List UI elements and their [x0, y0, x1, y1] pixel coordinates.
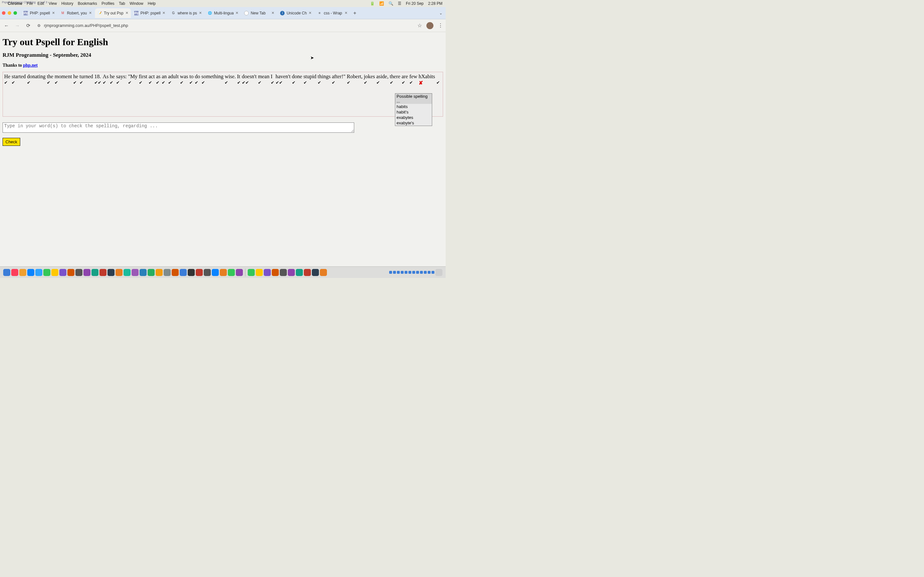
dock-app-icon[interactable] — [248, 269, 255, 276]
menu-help[interactable]: Help — [148, 1, 156, 6]
browser-tab[interactable]: 🌐Multi-lingua✕ — [205, 8, 241, 18]
dock-app-icon[interactable] — [19, 269, 26, 276]
menu-window[interactable]: Window — [129, 1, 144, 6]
menu-file[interactable]: File — [27, 1, 33, 6]
dock-app-icon[interactable] — [272, 269, 279, 276]
dock-app-icon[interactable] — [140, 269, 147, 276]
suggestion-item[interactable]: exabyte's — [395, 120, 432, 126]
dock-app-icon[interactable] — [115, 269, 123, 276]
dock-app-icon[interactable] — [124, 269, 131, 276]
menu-profiles[interactable]: Profiles — [102, 1, 115, 6]
suggestion-item[interactable]: habits — [395, 104, 432, 109]
tab-close-icon[interactable]: ✕ — [126, 11, 128, 15]
chrome-menu-icon[interactable]: ⋮ — [438, 23, 443, 29]
dock-app-icon[interactable] — [220, 269, 227, 276]
menu-edit[interactable]: Edit — [37, 1, 44, 6]
tab-close-icon[interactable]: ✕ — [236, 11, 238, 15]
dock-app-icon[interactable] — [156, 269, 163, 276]
profile-avatar[interactable] — [426, 22, 433, 29]
suggestion-item[interactable]: habit's — [395, 109, 432, 115]
app-name[interactable]: Chrome — [8, 1, 22, 6]
dock-app-icon[interactable] — [107, 269, 115, 276]
dock-minimized-window[interactable] — [416, 271, 419, 274]
dock-minimized-window[interactable] — [393, 271, 396, 274]
address-bar[interactable]: ⚙ rjmprogramming.com.au/PHP/pspell_test.… — [35, 23, 414, 28]
dock-app-icon[interactable] — [27, 269, 34, 276]
dock-app-icon[interactable] — [132, 269, 139, 276]
dock-app-icon[interactable] — [256, 269, 263, 276]
menubar-time[interactable]: 2:28 PM — [428, 1, 443, 6]
suggestion-item[interactable]: exabytes — [395, 115, 432, 120]
menu-tab[interactable]: Tab — [119, 1, 125, 6]
wifi-icon[interactable]: 📶 — [379, 1, 384, 6]
cross-icon[interactable]: ✘ — [419, 81, 423, 85]
window-minimize-icon[interactable] — [8, 11, 11, 15]
dock-app-icon[interactable] — [228, 269, 235, 276]
browser-tab[interactable]: ≡css - Wrap✕ — [315, 8, 350, 18]
dock-app-icon[interactable] — [288, 269, 295, 276]
dock-app-icon[interactable] — [91, 269, 99, 276]
tab-close-icon[interactable]: ✕ — [89, 11, 92, 15]
window-close-icon[interactable] — [2, 11, 5, 15]
dock-app-icon[interactable] — [164, 269, 171, 276]
menu-history[interactable]: History — [61, 1, 73, 6]
macos-dock[interactable] — [0, 266, 446, 278]
dock-app-icon[interactable] — [83, 269, 90, 276]
dock-app-icon[interactable] — [236, 269, 243, 276]
window-zoom-icon[interactable] — [13, 11, 17, 15]
dock-app-icon[interactable] — [320, 269, 327, 276]
spell-input[interactable] — [3, 122, 354, 133]
dock-app-icon[interactable] — [296, 269, 303, 276]
dock-minimized-window[interactable] — [420, 271, 423, 274]
control-center-icon[interactable]: ☰ — [398, 1, 401, 6]
dock-app-icon[interactable] — [172, 269, 179, 276]
tab-list-chevron-icon[interactable]: ⌄ — [438, 10, 444, 17]
window-traffic-lights[interactable] — [2, 11, 17, 15]
dock-minimized-window[interactable] — [424, 271, 427, 274]
tab-close-icon[interactable]: ✕ — [52, 11, 55, 15]
browser-tab[interactable]: New Tab✕ — [242, 8, 277, 18]
dock-app-icon[interactable] — [3, 269, 10, 276]
dock-app-icon[interactable] — [99, 269, 107, 276]
dock-app-icon[interactable] — [312, 269, 319, 276]
tab-close-icon[interactable]: ✕ — [271, 11, 274, 15]
tab-close-icon[interactable]: ✕ — [309, 11, 312, 15]
trash-icon[interactable] — [435, 269, 443, 276]
dock-app-icon[interactable] — [196, 269, 203, 276]
dock-app-icon[interactable] — [212, 269, 219, 276]
suggestion-dropdown[interactable]: Possible spelling ... habits habit's exa… — [395, 93, 432, 126]
dock-app-icon[interactable] — [188, 269, 195, 276]
tab-close-icon[interactable]: ✕ — [344, 11, 347, 15]
browser-tab[interactable]: phpPHP: pspell✕ — [21, 8, 57, 18]
dock-app-icon[interactable] — [148, 269, 155, 276]
browser-tab[interactable]: Gwhere is ps✕ — [168, 8, 204, 18]
dock-app-icon[interactable] — [180, 269, 187, 276]
bookmark-star-icon[interactable]: ☆ — [417, 23, 422, 29]
menu-view[interactable]: View — [48, 1, 57, 6]
menubar-date[interactable]: Fri 20 Sep — [406, 1, 423, 6]
browser-tab[interactable]: phpPHP: pspell✕ — [132, 8, 168, 18]
new-tab-button[interactable]: + — [351, 10, 359, 16]
dock-app-icon[interactable] — [59, 269, 66, 276]
site-settings-icon[interactable]: ⚙ — [37, 23, 41, 28]
dock-minimized-window[interactable] — [397, 271, 400, 274]
dock-minimized-window[interactable] — [389, 271, 392, 274]
browser-tab[interactable]: 📝Try out Psp✕ — [95, 8, 131, 18]
tab-close-icon[interactable]: ✕ — [199, 11, 202, 15]
thanks-link[interactable]: php.net — [23, 63, 38, 68]
dock-app-icon[interactable] — [304, 269, 311, 276]
battery-icon[interactable]: 🔋 — [370, 1, 375, 6]
dock-minimized-window[interactable] — [401, 271, 404, 274]
menu-bookmarks[interactable]: Bookmarks — [78, 1, 97, 6]
dock-app-icon[interactable] — [264, 269, 271, 276]
dock-app-icon[interactable] — [11, 269, 18, 276]
forward-button[interactable]: → — [13, 23, 21, 28]
dock-minimized-window[interactable] — [431, 271, 435, 274]
dock-app-icon[interactable] — [67, 269, 74, 276]
reload-button[interactable]: ⟳ — [24, 23, 32, 29]
dock-app-icon[interactable] — [75, 269, 82, 276]
dock-app-icon[interactable] — [280, 269, 287, 276]
dock-app-icon[interactable] — [43, 269, 50, 276]
tab-close-icon[interactable]: ✕ — [162, 11, 165, 15]
check-button[interactable]: Check — [3, 138, 20, 146]
